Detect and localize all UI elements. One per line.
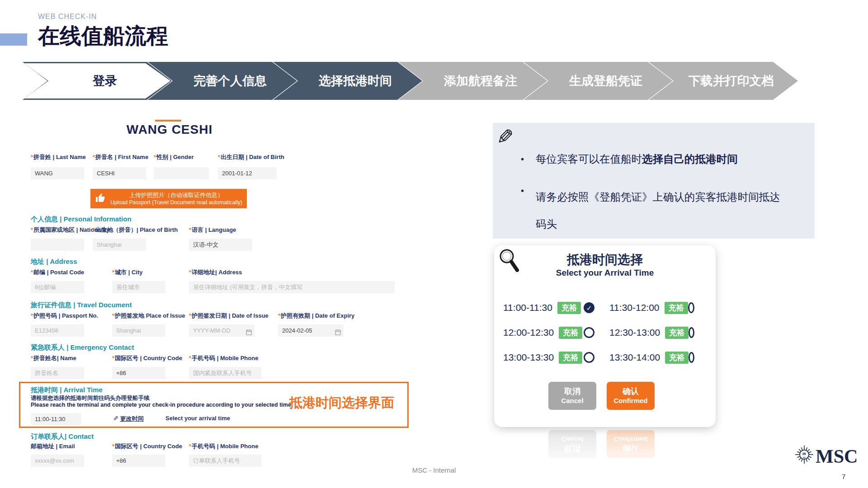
confirm-label-en: Confirmed: [614, 397, 648, 405]
availability-badge: 充裕: [665, 327, 689, 339]
slot-radio[interactable]: [584, 352, 594, 363]
page-title: 在线值船流程: [38, 22, 168, 51]
gender-input[interactable]: [154, 167, 209, 179]
place-of-issue-input[interactable]: Shanghai: [112, 324, 165, 337]
label-contact-country-code: 国际区号 | Country Code: [112, 442, 182, 450]
ec-name-input[interactable]: 拼音姓名: [31, 367, 84, 379]
label-contact-mobile: 手机号码 | Mobile Phone: [189, 442, 258, 450]
postal-code-input[interactable]: 6位邮编: [31, 281, 84, 293]
eyebrow-web-check-in: WEB CHECK-IN: [38, 13, 97, 21]
dialog-title: 抵港时间选择: [494, 251, 716, 268]
thumbs-up-icon: [95, 192, 106, 205]
dob-input[interactable]: 2001-01-12: [218, 167, 277, 179]
select-arrival-hint: Select your arrival time: [165, 415, 230, 422]
email-input[interactable]: xxxxx@xx.com: [31, 455, 84, 467]
pencil-icon: ✎: [113, 415, 118, 422]
section-address: 地址 | Address: [31, 258, 77, 266]
birth-place-input[interactable]: Shanghai: [93, 239, 146, 251]
calendar-icon[interactable]: [246, 327, 252, 337]
availability-badge: 充裕: [559, 327, 582, 339]
label-ec-name: 拼音姓名| Name: [31, 354, 76, 362]
arrival-callout-text: 抵港时间选择界面: [289, 394, 394, 412]
nationality-input[interactable]: [31, 239, 84, 251]
time-slot-1330[interactable]: 13:30-14:00 充裕: [609, 351, 694, 364]
arrival-time-input[interactable]: 11:00-11:30: [31, 413, 81, 425]
slot-radio[interactable]: [584, 327, 594, 338]
label-place-of-issue: 护照签发地 Place of Issue: [112, 312, 185, 320]
cancel-button[interactable]: 取消 Cancel: [548, 382, 596, 410]
time-slot-1230[interactable]: 12:30-13:00 充裕: [609, 326, 694, 339]
change-time-link[interactable]: ✎更改时间: [113, 415, 144, 423]
internal-watermark: MSC - Internal: [344, 466, 524, 474]
msc-brand-text: MSC: [816, 446, 858, 467]
step-label: 登录: [23, 73, 172, 89]
contact-country-code-input[interactable]: +86: [112, 455, 165, 467]
city-input[interactable]: 居住城市: [112, 281, 165, 293]
calendar-icon[interactable]: [335, 327, 341, 337]
slot-time-label: 11:00-11:30: [503, 302, 552, 313]
label-passport-no: 护照号码 | Passport No.: [31, 312, 98, 320]
accent-bar: [0, 33, 27, 46]
ec-country-code-input[interactable]: +86: [112, 367, 165, 379]
time-slot-1200[interactable]: 12:00-12:30 充裕: [503, 326, 594, 339]
slot-time-label: 12:30-13:00: [609, 327, 660, 338]
page-number: 7: [842, 473, 845, 480]
ec-mobile-input[interactable]: 国内紧急联系人手机号: [189, 367, 261, 379]
slot-time-label: 12:00-12:30: [503, 327, 554, 338]
language-input[interactable]: 汉语-中文: [189, 239, 252, 251]
passenger-name: WANG CESHI: [81, 122, 258, 137]
bullet-dot: •: [521, 152, 524, 166]
passport-no-input[interactable]: E123456: [31, 324, 84, 337]
section-arrival-time: 抵港时间 | Arrival Time: [31, 386, 103, 394]
card-reflection: 取消 Cancel 确认 Confirmed: [494, 429, 716, 474]
upload-label-cn: 上传护照照片（自动读取证件信息）: [110, 191, 242, 199]
date-of-expiry-input[interactable]: 2024-02-05: [278, 324, 344, 337]
name-underline: [155, 120, 181, 122]
slot-time-label: 11:30-12:00: [609, 302, 660, 313]
last-name-input[interactable]: WANG: [31, 167, 84, 179]
slot-radio[interactable]: [689, 327, 694, 338]
label-ec-mobile: 手机号码 | Mobile Phone: [189, 354, 258, 362]
confirm-button[interactable]: 确认 Confirmed: [607, 382, 655, 410]
label-city: 城市 | City: [112, 268, 142, 277]
availability-badge: 充裕: [665, 302, 688, 314]
upload-passport-button[interactable]: 上传护照照片（自动读取证件信息） Upload Passport (Travel…: [90, 189, 247, 208]
slot-time-label: 13:00-13:30: [503, 352, 554, 363]
label-birth-place: 出生地（拼音）| Place of Birth: [93, 226, 178, 234]
svg-text:m: m: [802, 451, 806, 456]
section-emergency-contact: 紧急联系人 | Emergency Contact: [31, 343, 134, 352]
first-name-input[interactable]: CESHI: [93, 167, 146, 179]
contact-mobile-input[interactable]: 订单联系人手机号: [189, 455, 261, 467]
label-postal-code: 邮编 | Postal Code: [31, 268, 84, 277]
slot-radio[interactable]: [689, 352, 694, 363]
time-slot-1100[interactable]: 11:00-11:30 充裕: [503, 301, 594, 314]
label-date-of-issue: 护照签发日期 | Date of Issue: [189, 312, 269, 320]
cancel-label-en: Cancel: [561, 397, 583, 405]
time-slot-1130[interactable]: 11:30-12:00 充裕: [609, 301, 694, 314]
svg-text:sc: sc: [803, 455, 806, 459]
availability-badge: 充裕: [665, 352, 689, 364]
section-personal-info: 个人信息 | Personal Information: [31, 215, 132, 224]
availability-badge: 充裕: [559, 352, 582, 364]
pencil-icon: ✎: [496, 125, 514, 149]
slot-radio[interactable]: [688, 302, 694, 313]
msc-logo: m sc MSC: [794, 445, 858, 468]
section-contact: 订单联系人| Contact: [31, 432, 94, 441]
section-travel-document: 旅行证件信息 | Travel Document: [31, 301, 132, 310]
date-of-issue-input[interactable]: YYYY-MM-DD: [189, 324, 255, 337]
availability-badge: 充裕: [557, 302, 581, 314]
label-last-name: 拼音姓 | Last Name: [31, 153, 86, 161]
step-login: 登录: [23, 62, 172, 100]
confirm-label-cn: 确认: [623, 386, 639, 397]
address-input[interactable]: 居住详细地址 (可用英文，拼音，中文填写: [189, 281, 395, 293]
reflection-confirm: 确认 Confirmed: [607, 430, 655, 458]
note-bullet-2: • 请务必按照《登船凭证》上确认的宾客抵港时间抵达码头: [521, 183, 792, 238]
slot-radio[interactable]: [584, 302, 594, 313]
time-slot-1300[interactable]: 13:00-13:30 充裕: [503, 351, 594, 364]
slot-time-label: 13:30-14:00: [609, 352, 660, 363]
label-address: 详细地址| Address: [189, 268, 242, 277]
label-email: 邮箱地址 | Email: [31, 442, 75, 450]
dialog-subtitle: Select your Arrival Time: [494, 268, 716, 278]
label-gender: 性别 | Gender: [154, 153, 193, 161]
reflection-cancel: 取消 Cancel: [548, 430, 596, 458]
